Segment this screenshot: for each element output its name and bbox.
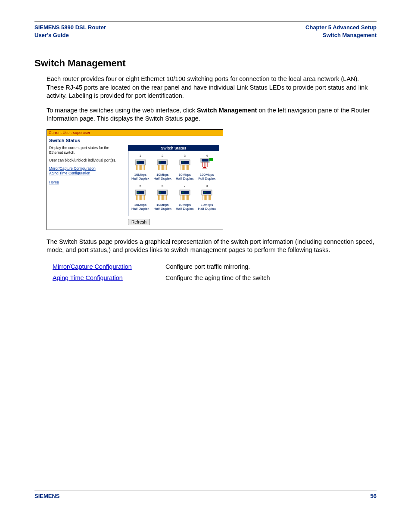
port-number: 6 [152, 184, 174, 188]
section-heading: Switch Management [34, 58, 377, 69]
header-chapter: Chapter 5 Advanced Setup [305, 24, 377, 31]
ethernet-port-icon [129, 188, 152, 202]
port-cell[interactable]: 210MbpsHalf Duplex [152, 153, 174, 183]
task-desc: Configure the aging time of the switch [165, 273, 270, 283]
page-footer: SIEMENS 56 [34, 491, 377, 499]
para2-text-a: To manage the switches using the web int… [47, 107, 197, 114]
task-desc: Configure port traffic mirroring. [165, 261, 270, 272]
screenshot-sidebar: Switch Status Display the current port s… [47, 136, 125, 230]
header-guide: User's Guide [34, 31, 106, 39]
switch-status-screenshot: Current User: superuser Switch Status Di… [47, 129, 223, 230]
port-cell[interactable]: 710MbpsHalf Duplex [174, 183, 196, 213]
svg-rect-49 [159, 192, 161, 193]
port-number: 2 [152, 154, 174, 158]
ethernet-port-icon [174, 188, 196, 202]
port-number: 5 [129, 184, 152, 188]
port-number: 1 [129, 154, 152, 158]
ethernet-port-icon [196, 188, 218, 202]
ethernet-port-icon [152, 188, 174, 202]
link-aging-time[interactable]: Aging Time Configuration [53, 274, 123, 281]
ethernet-port-icon [152, 158, 174, 172]
svg-rect-22 [182, 162, 184, 162]
port-duplex: Half Duplex [196, 207, 218, 211]
header-product: SIEMENS 5890 DSL Router [34, 24, 106, 31]
port-cell[interactable]: 310MbpsHalf Duplex [174, 153, 196, 183]
port-cell[interactable]: 810MbpsHalf Duplex [196, 183, 218, 213]
port-duplex: Half Duplex [152, 207, 174, 211]
svg-rect-59 [182, 192, 184, 193]
ethernet-port-icon [174, 158, 196, 172]
ethernet-port-icon [196, 158, 218, 172]
refresh-button[interactable]: Refresh [128, 219, 150, 225]
tasks-table: Mirror/Capture Configuration Configure p… [52, 261, 271, 284]
header-section: Switch Management [305, 31, 377, 39]
sidebar-link-aging[interactable]: Aging Time Configuration [49, 171, 122, 175]
port-speed: 10Mbps [152, 173, 174, 177]
port-speed: 10Mbps [174, 173, 196, 177]
page-header: SIEMENS 5890 DSL Router User's Guide Cha… [34, 24, 377, 39]
table-row: Mirror/Capture Configuration Configure p… [53, 261, 270, 272]
port-speed: 10Mbps [129, 173, 152, 177]
footer-brand: SIEMENS [34, 493, 60, 499]
port-duplex: Half Duplex [174, 177, 196, 180]
outro-paragraph: The Switch Status page provides a graphi… [47, 238, 377, 255]
port-number: 4 [196, 154, 218, 158]
intro-paragraph-1: Each router provides four or eight Ether… [47, 75, 377, 100]
svg-rect-39 [137, 192, 139, 193]
port-number: 3 [174, 154, 196, 158]
link-mirror-capture[interactable]: Mirror/Capture Configuration [53, 263, 132, 270]
footer-page-number: 56 [371, 493, 377, 499]
intro-paragraph-2: To manage the switches using the web int… [47, 106, 377, 123]
sidebar-desc-2: User can block/unblock individual port(s… [49, 158, 122, 163]
svg-rect-2 [137, 162, 139, 162]
port-speed: 10Mbps [152, 203, 174, 207]
para2-bold: Switch Management [197, 107, 257, 114]
port-number: 7 [174, 184, 196, 188]
sidebar-title: Switch Status [49, 138, 122, 143]
port-speed: 100Mbps [196, 173, 218, 177]
port-duplex: Full Duplex [196, 177, 218, 180]
port-duplex: Half Duplex [152, 177, 174, 180]
port-speed: 10Mbps [129, 203, 152, 207]
svg-rect-12 [159, 162, 161, 162]
port-speed: 10Mbps [174, 203, 196, 207]
port-duplex: Half Duplex [129, 177, 152, 180]
current-user-bar: Current User: superuser [47, 130, 223, 136]
port-cell[interactable]: 510MbpsHalf Duplex [129, 183, 152, 213]
port-duplex: Half Duplex [129, 207, 152, 211]
table-row: Aging Time Configuration Configure the a… [53, 273, 270, 283]
port-cell[interactable]: 4100MbpsFull Duplex [196, 153, 218, 183]
port-speed: 10Mbps [196, 203, 218, 207]
svg-rect-32 [202, 159, 209, 162]
port-cell[interactable]: 610MbpsHalf Duplex [152, 183, 174, 213]
sidebar-desc-1: Display the current port states for the … [49, 146, 122, 155]
port-cell[interactable]: 110MbpsHalf Duplex [129, 153, 152, 183]
switch-status-panel: Switch Status 110MbpsHalf Duplex210MbpsH… [128, 145, 219, 216]
port-duplex: Half Duplex [174, 207, 196, 211]
svg-rect-69 [204, 192, 206, 193]
sidebar-link-mirror[interactable]: Mirror/Capture Configuration [49, 166, 122, 171]
panel-title: Switch Status [128, 145, 219, 151]
port-number: 8 [196, 184, 218, 188]
sidebar-link-home[interactable]: Home [49, 180, 122, 184]
ethernet-port-icon [129, 158, 152, 172]
svg-rect-31 [209, 158, 213, 161]
